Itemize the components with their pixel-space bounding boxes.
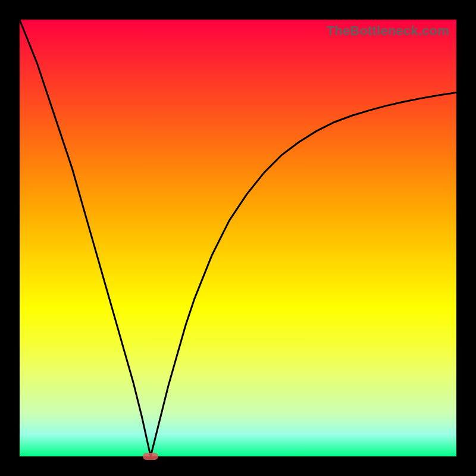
bottleneck-curve: [20, 20, 456, 456]
plot-area: TheBottleneck.com: [20, 20, 456, 456]
curve-svg: [20, 20, 456, 456]
watermark-text: TheBottleneck.com: [327, 23, 449, 39]
chart-stage: TheBottleneck.com: [0, 0, 476, 476]
notch-marker: [143, 453, 158, 460]
